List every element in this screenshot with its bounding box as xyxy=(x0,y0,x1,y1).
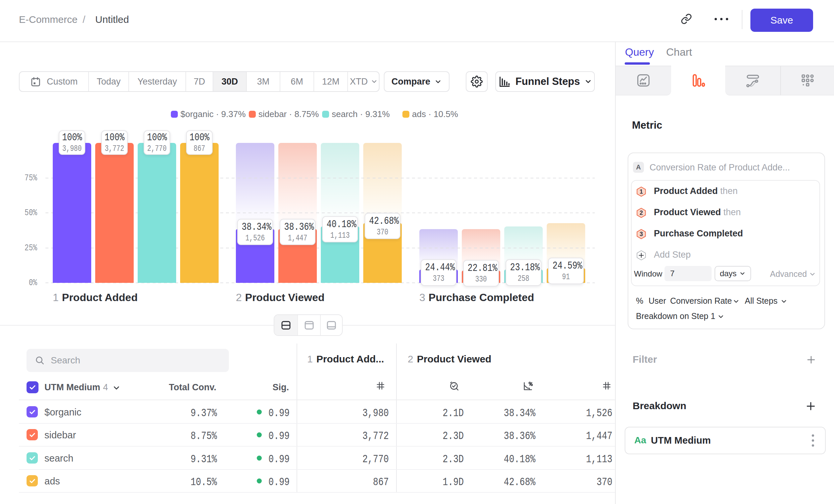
svg-text:2: 2 xyxy=(640,210,643,216)
svg-text:1: 1 xyxy=(640,188,643,195)
svg-text:3: 3 xyxy=(640,231,643,237)
